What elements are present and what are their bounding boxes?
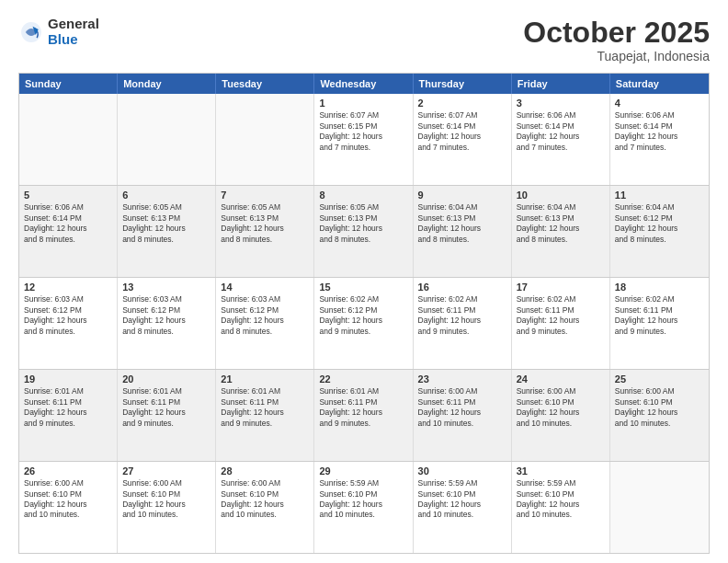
cell-info: Sunrise: 5:59 AM Sunset: 6:10 PM Dayligh… bbox=[517, 478, 605, 521]
day-number: 4 bbox=[615, 98, 704, 109]
day-number: 18 bbox=[615, 282, 704, 293]
day-number: 11 bbox=[615, 190, 704, 201]
cell-info: Sunrise: 6:05 AM Sunset: 6:13 PM Dayligh… bbox=[221, 202, 309, 245]
cell-info: Sunrise: 6:05 AM Sunset: 6:13 PM Dayligh… bbox=[122, 202, 210, 245]
calendar-page: General Blue October 2025 Tuapejat, Indo… bbox=[0, 0, 728, 563]
cell-info: Sunrise: 6:05 AM Sunset: 6:13 PM Dayligh… bbox=[319, 202, 407, 245]
day-number: 16 bbox=[418, 282, 506, 293]
day-number: 24 bbox=[517, 373, 605, 385]
calendar-cell: 10Sunrise: 6:04 AM Sunset: 6:13 PM Dayli… bbox=[512, 186, 610, 277]
cell-info: Sunrise: 5:59 AM Sunset: 6:10 PM Dayligh… bbox=[319, 478, 407, 521]
day-number: 27 bbox=[122, 465, 210, 477]
day-number: 3 bbox=[517, 98, 605, 109]
calendar-cell: 13Sunrise: 6:03 AM Sunset: 6:12 PM Dayli… bbox=[118, 278, 216, 369]
calendar-header: SundayMondayTuesdayWednesdayThursdayFrid… bbox=[19, 74, 709, 94]
day-number: 14 bbox=[221, 282, 309, 293]
cell-info: Sunrise: 6:04 AM Sunset: 6:13 PM Dayligh… bbox=[517, 202, 605, 245]
day-number: 12 bbox=[24, 282, 112, 293]
calendar-cell: 4Sunrise: 6:06 AM Sunset: 6:14 PM Daylig… bbox=[610, 94, 709, 185]
calendar-cell: 5Sunrise: 6:06 AM Sunset: 6:14 PM Daylig… bbox=[19, 186, 118, 277]
location: Tuapejat, Indonesia bbox=[523, 49, 710, 63]
calendar-cell: 25Sunrise: 6:00 AM Sunset: 6:10 PM Dayli… bbox=[610, 370, 709, 461]
calendar-cell: 19Sunrise: 6:01 AM Sunset: 6:11 PM Dayli… bbox=[19, 370, 118, 461]
calendar-cell: 11Sunrise: 6:04 AM Sunset: 6:12 PM Dayli… bbox=[610, 186, 709, 277]
logo-text: General Blue bbox=[48, 17, 99, 47]
calendar-cell: 17Sunrise: 6:02 AM Sunset: 6:11 PM Dayli… bbox=[512, 278, 610, 369]
calendar-cell: 27Sunrise: 6:00 AM Sunset: 6:10 PM Dayli… bbox=[118, 462, 216, 553]
cell-info: Sunrise: 6:06 AM Sunset: 6:14 PM Dayligh… bbox=[517, 110, 605, 153]
calendar-cell: 3Sunrise: 6:06 AM Sunset: 6:14 PM Daylig… bbox=[512, 94, 610, 185]
calendar-cell: 21Sunrise: 6:01 AM Sunset: 6:11 PM Dayli… bbox=[216, 370, 314, 461]
cell-info: Sunrise: 6:02 AM Sunset: 6:11 PM Dayligh… bbox=[615, 294, 704, 337]
cell-info: Sunrise: 6:06 AM Sunset: 6:14 PM Dayligh… bbox=[24, 202, 112, 245]
day-number: 29 bbox=[319, 465, 407, 477]
cell-info: Sunrise: 6:00 AM Sunset: 6:10 PM Dayligh… bbox=[24, 478, 112, 521]
cell-info: Sunrise: 6:00 AM Sunset: 6:11 PM Dayligh… bbox=[418, 386, 506, 429]
day-number: 23 bbox=[418, 373, 506, 385]
day-number: 20 bbox=[122, 373, 210, 385]
logo-icon bbox=[18, 19, 44, 45]
calendar-cell: 8Sunrise: 6:05 AM Sunset: 6:13 PM Daylig… bbox=[314, 186, 413, 277]
day-number: 2 bbox=[418, 98, 506, 109]
title-block: October 2025 Tuapejat, Indonesia bbox=[523, 17, 710, 63]
page-header: General Blue October 2025 Tuapejat, Indo… bbox=[18, 17, 710, 63]
calendar-row: 12Sunrise: 6:03 AM Sunset: 6:12 PM Dayli… bbox=[19, 277, 709, 369]
logo-general: General bbox=[48, 17, 99, 32]
cell-info: Sunrise: 6:04 AM Sunset: 6:13 PM Dayligh… bbox=[418, 202, 506, 245]
calendar-cell: 31Sunrise: 5:59 AM Sunset: 6:10 PM Dayli… bbox=[512, 462, 610, 553]
day-number: 8 bbox=[319, 190, 407, 201]
calendar-cell: 18Sunrise: 6:02 AM Sunset: 6:11 PM Dayli… bbox=[610, 278, 709, 369]
cell-info: Sunrise: 6:00 AM Sunset: 6:10 PM Dayligh… bbox=[221, 478, 309, 521]
calendar-cell: 1Sunrise: 6:07 AM Sunset: 6:15 PM Daylig… bbox=[314, 94, 413, 185]
weekday-header: Saturday bbox=[610, 74, 709, 94]
cell-info: Sunrise: 6:00 AM Sunset: 6:10 PM Dayligh… bbox=[615, 386, 704, 429]
day-number: 28 bbox=[221, 465, 309, 477]
cell-info: Sunrise: 6:01 AM Sunset: 6:11 PM Dayligh… bbox=[122, 386, 210, 429]
calendar-cell bbox=[19, 94, 118, 185]
cell-info: Sunrise: 5:59 AM Sunset: 6:10 PM Dayligh… bbox=[418, 478, 506, 521]
weekday-header: Tuesday bbox=[216, 74, 314, 94]
cell-info: Sunrise: 6:01 AM Sunset: 6:11 PM Dayligh… bbox=[221, 386, 309, 429]
calendar-row: 19Sunrise: 6:01 AM Sunset: 6:11 PM Dayli… bbox=[19, 369, 709, 461]
calendar-cell: 30Sunrise: 5:59 AM Sunset: 6:10 PM Dayli… bbox=[414, 462, 512, 553]
cell-info: Sunrise: 6:03 AM Sunset: 6:12 PM Dayligh… bbox=[24, 294, 112, 337]
calendar-cell: 26Sunrise: 6:00 AM Sunset: 6:10 PM Dayli… bbox=[19, 462, 118, 553]
calendar-cell: 15Sunrise: 6:02 AM Sunset: 6:12 PM Dayli… bbox=[314, 278, 413, 369]
logo-blue: Blue bbox=[48, 32, 99, 48]
cell-info: Sunrise: 6:04 AM Sunset: 6:12 PM Dayligh… bbox=[615, 202, 704, 245]
cell-info: Sunrise: 6:02 AM Sunset: 6:11 PM Dayligh… bbox=[517, 294, 605, 337]
calendar-cell: 22Sunrise: 6:01 AM Sunset: 6:11 PM Dayli… bbox=[314, 370, 413, 461]
weekday-header: Thursday bbox=[414, 74, 512, 94]
day-number: 17 bbox=[517, 282, 605, 293]
calendar-cell: 14Sunrise: 6:03 AM Sunset: 6:12 PM Dayli… bbox=[216, 278, 314, 369]
cell-info: Sunrise: 6:02 AM Sunset: 6:12 PM Dayligh… bbox=[319, 294, 407, 337]
day-number: 25 bbox=[615, 373, 704, 385]
day-number: 6 bbox=[122, 190, 210, 201]
day-number: 30 bbox=[418, 465, 506, 477]
day-number: 1 bbox=[319, 98, 407, 109]
calendar-cell: 9Sunrise: 6:04 AM Sunset: 6:13 PM Daylig… bbox=[414, 186, 512, 277]
calendar-cell bbox=[610, 462, 709, 553]
calendar-cell: 24Sunrise: 6:00 AM Sunset: 6:10 PM Dayli… bbox=[512, 370, 610, 461]
day-number: 5 bbox=[24, 190, 112, 201]
cell-info: Sunrise: 6:00 AM Sunset: 6:10 PM Dayligh… bbox=[517, 386, 605, 429]
cell-info: Sunrise: 6:07 AM Sunset: 6:15 PM Dayligh… bbox=[319, 110, 407, 153]
weekday-header: Wednesday bbox=[314, 74, 413, 94]
cell-info: Sunrise: 6:00 AM Sunset: 6:10 PM Dayligh… bbox=[122, 478, 210, 521]
weekday-header: Sunday bbox=[19, 74, 118, 94]
day-number: 22 bbox=[319, 373, 407, 385]
cell-info: Sunrise: 6:02 AM Sunset: 6:11 PM Dayligh… bbox=[418, 294, 506, 337]
weekday-header: Friday bbox=[512, 74, 610, 94]
day-number: 9 bbox=[418, 190, 506, 201]
calendar-cell: 6Sunrise: 6:05 AM Sunset: 6:13 PM Daylig… bbox=[118, 186, 216, 277]
calendar-cell: 12Sunrise: 6:03 AM Sunset: 6:12 PM Dayli… bbox=[19, 278, 118, 369]
day-number: 19 bbox=[24, 373, 112, 385]
cell-info: Sunrise: 6:06 AM Sunset: 6:14 PM Dayligh… bbox=[615, 110, 704, 153]
calendar-cell: 20Sunrise: 6:01 AM Sunset: 6:11 PM Dayli… bbox=[118, 370, 216, 461]
cell-info: Sunrise: 6:01 AM Sunset: 6:11 PM Dayligh… bbox=[24, 386, 112, 429]
day-number: 15 bbox=[319, 282, 407, 293]
cell-info: Sunrise: 6:07 AM Sunset: 6:14 PM Dayligh… bbox=[418, 110, 506, 153]
calendar: SundayMondayTuesdayWednesdayThursdayFrid… bbox=[18, 73, 710, 554]
weekday-header: Monday bbox=[118, 74, 216, 94]
day-number: 10 bbox=[517, 190, 605, 201]
